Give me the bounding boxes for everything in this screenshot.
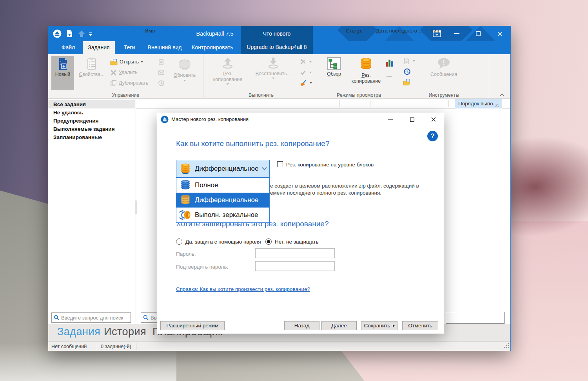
column-header-last-date[interactable]: Дата последнего ... <box>376 26 423 36</box>
group-label-manage: Управление <box>48 92 203 98</box>
group-label-views: Режимы просмотра <box>319 92 399 98</box>
bottom-tab-tasks[interactable]: Задания <box>57 326 100 338</box>
save-button[interactable]: Сохранить <box>361 321 397 330</box>
cleanup-caret[interactable] <box>310 82 312 84</box>
type-description-line2: емени последнего полного рез. копировани… <box>270 190 381 196</box>
reports-button <box>403 56 415 66</box>
messages-button: Сообщения <box>423 56 464 90</box>
option-mirror-backup[interactable]: Выполн. зеркальное <box>176 208 269 222</box>
new-document-icon <box>56 57 69 70</box>
sidebar-item-failed[interactable]: Не удалось <box>48 108 135 117</box>
duplicate-label: Дублировать <box>119 80 148 86</box>
run-backup-caret <box>227 83 229 85</box>
option-mirror-label: Выполн. зеркальное <box>195 211 258 219</box>
open-dropdown-caret[interactable] <box>141 61 143 63</box>
duplicate-button: Дублировать <box>110 78 148 88</box>
explore-tree-icon <box>327 57 341 70</box>
sidebar-item-running[interactable]: Выполняемые задания <box>48 125 135 133</box>
minimize-button[interactable] <box>448 26 466 41</box>
tab-monitor[interactable]: Контролировать <box>189 41 236 54</box>
import-task-button <box>158 68 165 77</box>
wizard-minimize-button[interactable] <box>382 113 399 126</box>
app-logo-icon[interactable] <box>53 29 62 40</box>
cancel-label: Отменить <box>408 323 432 329</box>
help-link[interactable]: Справка: Как вы хотите произвести рез. к… <box>176 286 310 292</box>
task-table-header <box>136 99 510 108</box>
column-separator[interactable] <box>370 100 370 107</box>
cancel-button[interactable]: Отменить <box>402 321 438 330</box>
whats-new-label[interactable]: Что нового <box>241 26 313 41</box>
tab-appearance[interactable]: Внешний вид <box>144 41 185 54</box>
tab-file[interactable]: Файл <box>55 41 81 54</box>
column-separator[interactable] <box>448 100 449 107</box>
confirm-password-label: Подтвердить пароль: <box>176 264 228 270</box>
backup-type-selected-value: Дифференциальное <box>195 165 259 173</box>
option-full-backup[interactable]: Полное <box>176 178 269 193</box>
mirror-disks-icon <box>180 209 191 221</box>
column-header-type[interactable]: Тип <box>430 26 439 36</box>
new-backup-wizard-dialog: Мастер нового рез. копирования Как вы хо… <box>157 113 444 334</box>
sidebar-search-box[interactable] <box>51 312 131 323</box>
radio-no-protect-selected[interactable] <box>265 238 272 245</box>
next-button[interactable]: Далее <box>321 321 357 330</box>
qat-new-icon[interactable] <box>66 30 73 39</box>
disk-stack-blue-icon <box>180 179 191 191</box>
sidebar-splitter-grip[interactable] <box>135 200 137 214</box>
backup-type-dropdown-list: Полное Дифференциальное Выполн. зеркальн… <box>176 177 270 223</box>
run-backup-button: Рез. копирование <box>209 56 247 90</box>
export-document-icon <box>158 59 165 65</box>
confirm-password-input <box>255 261 335 271</box>
back-label: Назад <box>294 323 310 329</box>
upgrade-label[interactable]: Upgrade to Backup4all 8 <box>241 41 313 53</box>
option-differential-backup-highlighted[interactable]: Дифференциальное <box>176 193 269 208</box>
run-backup-icon <box>221 57 234 70</box>
refresh-globe-icon <box>178 57 192 71</box>
wizard-maximize-button[interactable] <box>403 113 421 126</box>
tab-tags[interactable]: Теги <box>118 41 141 54</box>
sidebar-search-input[interactable] <box>61 315 123 321</box>
block-level-checkbox[interactable] <box>277 161 283 167</box>
ribbon-group-tools: Сообщения Инструменты <box>399 54 489 99</box>
maximize-button[interactable] <box>469 26 487 41</box>
explore-view-label: Обзор <box>327 71 341 77</box>
bottom-tab-history[interactable]: История <box>104 326 146 338</box>
column-header-status[interactable]: Статус <box>346 26 363 36</box>
backup-view-button[interactable]: Рез. копирование <box>348 56 384 90</box>
refresh-button: Обновить <box>169 56 200 90</box>
block-level-checkbox-label: Рез. копирование на уровне блоков <box>286 162 374 168</box>
statistics-view-button[interactable] <box>385 58 395 67</box>
advanced-mode-button[interactable]: Расширенный режим <box>160 321 225 330</box>
column-separator[interactable] <box>426 100 426 107</box>
sidebar-item-all-tasks[interactable]: Все задания <box>48 100 135 108</box>
validate-caret <box>309 72 312 73</box>
column-separator[interactable] <box>339 100 340 107</box>
radio-password-protect[interactable] <box>176 238 182 245</box>
collapse-ribbon-button[interactable] <box>500 91 505 98</box>
cleanup-broom-icon <box>300 80 307 87</box>
sidebar-item-scheduled[interactable]: Запланированные <box>48 133 135 141</box>
resize-grip[interactable] <box>504 343 509 350</box>
explore-view-button[interactable]: Обзор <box>322 56 346 90</box>
whats-new-upgrade-tab[interactable]: Что нового Upgrade to Backup4all 8 <box>241 26 313 54</box>
new-task-button[interactable]: Новый <box>51 56 74 90</box>
back-button[interactable]: Назад <box>284 321 319 330</box>
backup-type-combobox[interactable]: Дифференциальное <box>176 160 270 177</box>
open-button[interactable]: Открыть <box>110 57 143 67</box>
open-backup-button[interactable] <box>403 78 411 87</box>
filter-input-box[interactable] <box>446 312 505 324</box>
qat-customize-icon[interactable] <box>89 31 93 38</box>
group-label-tools: Инструменты <box>399 92 489 98</box>
help-button[interactable] <box>427 131 438 141</box>
password-label: Пароль: <box>176 251 196 257</box>
sidebar-item-warnings[interactable]: Предупреждения <box>48 117 135 125</box>
wizard-title-bar: Мастер нового рез. копирования <box>157 113 444 126</box>
wizard-close-button[interactable] <box>425 113 442 126</box>
cleanup-button[interactable] <box>300 78 312 88</box>
tab-tasks[interactable]: Задания <box>83 41 115 54</box>
duplicate-icon <box>110 80 117 87</box>
option-full-label: Полное <box>195 181 218 189</box>
history-button[interactable] <box>403 67 411 76</box>
combobox-chevron-icon <box>262 165 267 170</box>
close-button[interactable] <box>491 26 509 41</box>
column-header-name[interactable]: Имя <box>145 26 155 36</box>
